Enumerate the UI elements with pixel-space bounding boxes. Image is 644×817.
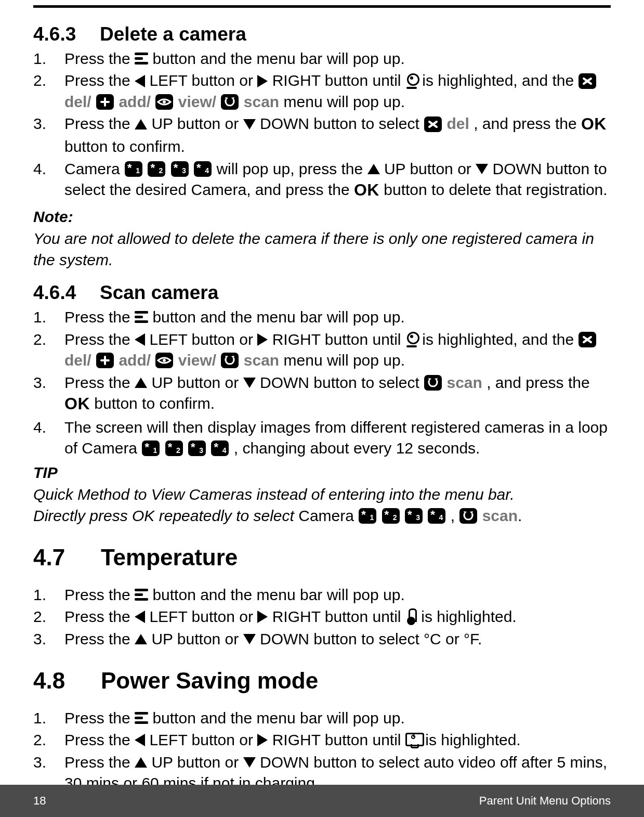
top-rule: [33, 5, 611, 8]
text: Press the: [64, 586, 135, 603]
del-chip-icon: [579, 332, 596, 347]
text: Directly press OK repeatedly to select: [33, 507, 298, 524]
text: Press the: [64, 308, 135, 326]
camera-1-chip-icon: 1: [142, 440, 160, 456]
step: Press the LEFT button or RIGHT button un…: [33, 606, 611, 628]
text: UP button or: [151, 374, 243, 391]
del-chip-icon: [424, 116, 442, 132]
scan-chip-icon: [459, 508, 477, 524]
up-arrow-icon: [135, 634, 147, 644]
step: Press the button and the menu bar will p…: [33, 307, 611, 328]
up-arrow-icon: [135, 757, 147, 768]
camera-3-chip-icon: 3: [188, 440, 206, 456]
ok-icon: OK: [581, 113, 607, 135]
right-arrow-icon: [257, 333, 268, 346]
step: Press the UP button or DOWN button to se…: [33, 629, 611, 650]
svg-point-1: [163, 359, 166, 362]
text: is highlighted, and the: [422, 331, 578, 348]
add-chip-icon: [96, 353, 114, 368]
heading-title: Delete a camera: [100, 23, 246, 45]
text: DOWN button to select °C or °F.: [260, 630, 482, 647]
chip-label: scan: [244, 93, 279, 110]
text: menu will pop up.: [284, 93, 405, 110]
step: Press the LEFT button or RIGHT button un…: [33, 70, 611, 112]
text: UP button or: [151, 630, 243, 647]
chip-label: del: [64, 352, 87, 369]
view-chip-icon: [155, 94, 173, 110]
chip-label: scan: [446, 374, 482, 391]
camera-4-chip-icon: 4: [428, 508, 445, 524]
text: , changing about every 12 seconds.: [234, 439, 480, 457]
text: DOWN button to select: [260, 115, 424, 132]
heading-number: 4.8: [33, 665, 101, 696]
heading-number: 4.6.4: [33, 280, 100, 306]
tip-line: Quick Method to View Cameras instead of …: [33, 484, 611, 505]
camera-2-chip-icon: 2: [382, 508, 400, 524]
text: ,: [451, 507, 459, 524]
text: LEFT button or: [149, 731, 257, 748]
right-arrow-icon: [257, 75, 268, 87]
add-chip-icon: [96, 94, 114, 110]
view-chip-icon: [155, 353, 173, 368]
text: RIGHT button until: [272, 731, 405, 748]
text: is highlighted.: [425, 731, 520, 748]
left-arrow-icon: [135, 75, 145, 87]
left-arrow-icon: [135, 611, 145, 623]
menu-icon: [135, 712, 148, 724]
chip-label: view: [178, 93, 212, 110]
text: menu will pop up.: [284, 352, 405, 369]
text: , and press the: [474, 115, 581, 132]
text: Press the: [64, 115, 135, 132]
step: Press the button and the menu bar will p…: [33, 48, 611, 70]
text: is highlighted, and the: [422, 72, 578, 89]
thermometer-icon: [405, 608, 417, 625]
chip-label: add: [119, 352, 146, 369]
chip-label: view: [178, 352, 212, 369]
heading-title: Scan camera: [100, 282, 218, 303]
up-arrow-icon: [367, 164, 380, 174]
menu-icon: [135, 311, 148, 323]
camera-3-chip-icon: 3: [171, 161, 189, 177]
camera-1-chip-icon: 1: [359, 508, 376, 524]
heading-title: Power Saving mode: [101, 668, 318, 693]
chip-label: del: [446, 115, 469, 132]
up-arrow-icon: [135, 119, 147, 129]
text: will pop up, press the: [216, 160, 367, 177]
camera-2-chip-icon: 2: [148, 161, 165, 177]
text: LEFT button or: [149, 72, 257, 89]
tip-heading: TIP: [33, 462, 611, 484]
step: Press the LEFT button or RIGHT button un…: [33, 329, 611, 371]
steps-4-6-3: Press the button and the menu bar will p…: [33, 48, 611, 202]
note-body: You are not allowed to delete the camera…: [33, 228, 611, 270]
down-arrow-icon: [476, 164, 488, 174]
text: Press the: [64, 608, 135, 625]
ok-icon: OK: [64, 393, 90, 415]
steps-4-7: Press the button and the menu bar will p…: [33, 585, 611, 650]
text: button and the menu bar will pop up.: [152, 50, 404, 67]
scan-chip-icon: [221, 353, 239, 368]
text: LEFT button or: [149, 331, 257, 348]
monitor-standby-icon: [405, 733, 421, 747]
right-arrow-icon: [257, 734, 268, 746]
camera-2-chip-icon: 2: [165, 440, 183, 456]
chip-label: add: [119, 93, 146, 110]
heading-4-6-4: 4.6.4Scan camera: [33, 280, 611, 306]
text: Press the: [64, 374, 135, 391]
page-footer: 18 Parent Unit Menu Options: [0, 785, 644, 817]
steps-4-6-4: Press the button and the menu bar will p…: [33, 307, 611, 459]
text: Press the: [64, 731, 135, 748]
left-arrow-icon: [135, 734, 145, 746]
text: UP button or: [151, 754, 243, 771]
step: Press the button and the menu bar will p…: [33, 585, 611, 606]
camera-icon: [405, 73, 418, 89]
menu-icon: [135, 53, 148, 65]
chip-label: scan: [244, 352, 279, 369]
heading-4-8: 4.8Power Saving mode: [33, 665, 611, 696]
text: Press the: [64, 50, 135, 67]
text: Press the: [64, 709, 135, 727]
step: Press the UP button or DOWN button to se…: [33, 113, 611, 157]
text: LEFT button or: [149, 608, 257, 625]
svg-point-0: [163, 100, 166, 103]
text: Press the: [64, 72, 135, 89]
scan-chip-icon: [424, 375, 442, 391]
